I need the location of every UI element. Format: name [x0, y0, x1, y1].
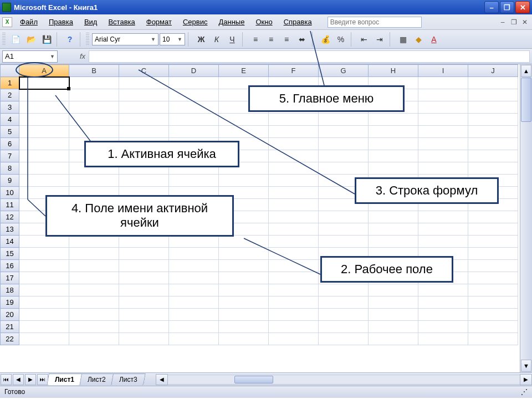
- cell[interactable]: [219, 272, 269, 284]
- cell[interactable]: [468, 309, 518, 321]
- doc-close-icon[interactable]: ✕: [520, 18, 530, 27]
- cell[interactable]: [468, 138, 518, 150]
- column-header[interactable]: D: [169, 65, 219, 77]
- cell[interactable]: [369, 321, 418, 333]
- cell[interactable]: [119, 126, 169, 138]
- row-header[interactable]: 17: [1, 272, 19, 284]
- cell[interactable]: [19, 89, 69, 101]
- column-header[interactable]: C: [119, 65, 169, 77]
- cell[interactable]: [269, 321, 319, 333]
- align-right-button[interactable]: ≡: [279, 32, 294, 47]
- cell[interactable]: [19, 321, 69, 333]
- scroll-right-icon[interactable]: ▶: [520, 374, 532, 385]
- fill-color-button[interactable]: ◆: [411, 32, 426, 47]
- cell[interactable]: [468, 162, 518, 175]
- doc-minimize-icon[interactable]: –: [498, 18, 508, 27]
- cell[interactable]: [269, 162, 319, 175]
- resize-grip-icon[interactable]: ⋰: [521, 388, 528, 396]
- bold-button[interactable]: Ж: [194, 32, 208, 47]
- cell[interactable]: [468, 114, 518, 126]
- italic-button[interactable]: К: [209, 32, 224, 47]
- cell[interactable]: [169, 114, 219, 126]
- cell[interactable]: [69, 260, 119, 272]
- cell[interactable]: [119, 89, 169, 101]
- menu-data[interactable]: Данные: [213, 16, 250, 28]
- row-header[interactable]: 15: [1, 248, 19, 260]
- new-button[interactable]: 📄: [8, 32, 23, 47]
- cell[interactable]: [69, 114, 119, 126]
- cell[interactable]: [468, 89, 518, 101]
- cell[interactable]: [369, 223, 418, 236]
- cell[interactable]: [119, 101, 169, 114]
- formula-input[interactable]: [89, 50, 530, 63]
- row-header[interactable]: 22: [1, 333, 19, 345]
- cell[interactable]: [319, 126, 369, 138]
- row-header[interactable]: 13: [1, 223, 19, 236]
- cell[interactable]: [19, 114, 69, 126]
- cell[interactable]: [319, 138, 369, 150]
- cell[interactable]: [418, 321, 468, 333]
- cell[interactable]: [468, 211, 518, 223]
- cell[interactable]: [119, 309, 169, 321]
- cell[interactable]: [219, 284, 269, 296]
- cell[interactable]: [169, 260, 219, 272]
- cell[interactable]: [169, 236, 219, 248]
- cell[interactable]: [219, 333, 269, 345]
- row-header[interactable]: 21: [1, 321, 19, 333]
- close-button[interactable]: ✕: [515, 1, 530, 13]
- cell[interactable]: [319, 284, 369, 296]
- excel-doc-icon[interactable]: X: [2, 17, 12, 27]
- cell[interactable]: [169, 77, 219, 89]
- font-color-button[interactable]: A: [427, 32, 441, 47]
- doc-restore-icon[interactable]: ❐: [509, 18, 519, 27]
- maximize-button[interactable]: ❐: [500, 1, 514, 13]
- cell[interactable]: [269, 248, 319, 260]
- cell[interactable]: [269, 260, 319, 272]
- cell[interactable]: [19, 150, 69, 162]
- scroll-down-icon[interactable]: ▼: [521, 360, 531, 372]
- row-header[interactable]: 9: [1, 175, 19, 187]
- cell[interactable]: [69, 175, 119, 187]
- cell[interactable]: [319, 321, 369, 333]
- cell[interactable]: [169, 101, 219, 114]
- row-header[interactable]: 4: [1, 114, 19, 126]
- cell[interactable]: [418, 309, 468, 321]
- minimize-button[interactable]: –: [484, 1, 499, 13]
- align-left-button[interactable]: ≡: [248, 32, 263, 47]
- row-header[interactable]: 7: [1, 150, 19, 162]
- cell[interactable]: [269, 223, 319, 236]
- cell[interactable]: [69, 89, 119, 101]
- select-all-corner[interactable]: [1, 65, 19, 77]
- cell[interactable]: [269, 175, 319, 187]
- cell[interactable]: [69, 296, 119, 309]
- cell[interactable]: [19, 248, 69, 260]
- cell[interactable]: [19, 138, 69, 150]
- row-header[interactable]: 10: [1, 187, 19, 199]
- column-header[interactable]: A: [19, 65, 69, 77]
- cell[interactable]: [19, 284, 69, 296]
- cell[interactable]: [19, 162, 69, 175]
- cell[interactable]: [169, 89, 219, 101]
- merge-center-button[interactable]: ⬌: [295, 32, 309, 47]
- cell[interactable]: [369, 333, 418, 345]
- cell[interactable]: [468, 333, 518, 345]
- cell[interactable]: [418, 223, 468, 236]
- cell[interactable]: [119, 248, 169, 260]
- cell[interactable]: [119, 114, 169, 126]
- cell[interactable]: [69, 126, 119, 138]
- cell[interactable]: [418, 89, 468, 101]
- cell[interactable]: [169, 321, 219, 333]
- cell[interactable]: [418, 114, 468, 126]
- cell[interactable]: [219, 248, 269, 260]
- cell[interactable]: [69, 248, 119, 260]
- cell[interactable]: [19, 272, 69, 284]
- cell[interactable]: [69, 309, 119, 321]
- cell[interactable]: [269, 138, 319, 150]
- cell[interactable]: [19, 260, 69, 272]
- percent-button[interactable]: %: [334, 32, 348, 47]
- cell[interactable]: [319, 296, 369, 309]
- cell[interactable]: [319, 114, 369, 126]
- column-header[interactable]: B: [69, 65, 119, 77]
- cell[interactable]: [319, 236, 369, 248]
- row-header[interactable]: 16: [1, 260, 19, 272]
